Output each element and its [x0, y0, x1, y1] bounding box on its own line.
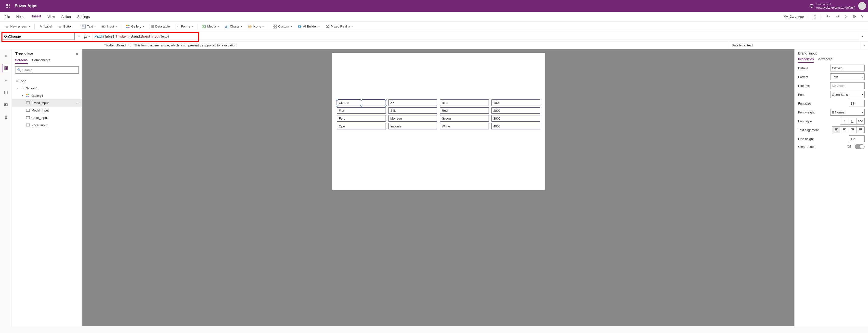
charts-button[interactable]: Charts▾ [222, 24, 245, 29]
custom-button[interactable]: Custom▾ [270, 24, 294, 29]
gallery-cell[interactable]: 2000 [491, 107, 540, 114]
rail-data-icon[interactable] [2, 89, 10, 96]
gallery-cell[interactable]: Mondeo [388, 115, 437, 121]
italic-button[interactable]: I [840, 118, 848, 124]
media-button[interactable]: Media▾ [199, 24, 221, 29]
forms-button[interactable]: Forms▾ [173, 24, 195, 29]
menu-file[interactable]: File [4, 15, 10, 19]
gallery-cell[interactable]: Insignia [388, 123, 437, 130]
menu-view[interactable]: View [48, 15, 55, 19]
fx-icon[interactable]: fx [83, 34, 89, 38]
selection-handle[interactable] [360, 99, 362, 101]
tree-item[interactable]: Model_input [12, 107, 82, 114]
mixed-reality-button[interactable]: Mixed Reality▾ [323, 24, 355, 29]
undo-icon[interactable] [826, 15, 831, 19]
prop-fontsize-input[interactable]: 13 [849, 100, 865, 107]
gallery-cell[interactable]: Green [440, 115, 489, 121]
selection-handle[interactable] [384, 99, 386, 101]
gallery-cell[interactable]: ZX [388, 100, 437, 106]
selection-handle[interactable] [384, 105, 386, 107]
gallery-cell[interactable]: White [440, 123, 489, 130]
tree-search-input[interactable] [15, 66, 79, 74]
selection-handle[interactable] [360, 105, 362, 107]
align-left-button[interactable] [832, 127, 840, 133]
share-icon[interactable] [852, 15, 857, 19]
tab-advanced[interactable]: Advanced [818, 57, 832, 63]
environment-picker[interactable]: Environment www.vyuka-excelu.cz (default… [809, 2, 855, 9]
button-button[interactable]: ▭Button [56, 24, 75, 29]
rail-tools-icon[interactable] [2, 113, 10, 121]
menu-settings[interactable]: Settings [77, 15, 90, 19]
ai-builder-button[interactable]: AI Builder▾ [295, 24, 322, 29]
tree-item[interactable]: Color_input [12, 114, 82, 121]
gallery-cell[interactable]: Opel [337, 123, 386, 130]
gallery-button[interactable]: Gallery▾ [123, 24, 147, 29]
gallery-cell[interactable]: Blue [440, 100, 489, 106]
waffle-icon[interactable] [2, 4, 14, 8]
menu-insert[interactable]: Insert [32, 14, 41, 19]
rail-insert-icon[interactable]: ＋ [2, 76, 10, 84]
fx-dropdown-icon[interactable]: ▾ [89, 35, 90, 38]
rail-tree-icon[interactable] [2, 64, 10, 72]
app-icon: ⊞ [15, 79, 19, 83]
tree-item[interactable]: ▾▭Screen1 [12, 84, 82, 92]
data-type-value: text [747, 44, 753, 47]
text-button[interactable]: AbcText▾ [79, 24, 98, 29]
selection-handle[interactable] [336, 105, 338, 107]
help-icon[interactable]: ? [861, 14, 864, 19]
app-checker-icon[interactable] [813, 15, 817, 19]
next-result-icon[interactable]: › [861, 41, 868, 49]
selection-handle[interactable] [336, 99, 338, 101]
underline-button[interactable]: U [848, 118, 857, 124]
menu-action[interactable]: Action [61, 15, 71, 19]
redo-icon[interactable] [835, 15, 840, 19]
expand-formula-icon[interactable]: ▾ [859, 35, 866, 38]
tab-screens[interactable]: Screens [15, 58, 28, 64]
tree-item[interactable]: Brand_input⋯ [12, 99, 82, 107]
rail-hamburger-icon[interactable]: ≡ [2, 52, 10, 60]
menu-home[interactable]: Home [17, 15, 26, 19]
label-button[interactable]: ✎Label [36, 24, 55, 29]
align-right-button[interactable] [848, 127, 857, 133]
gallery-cell[interactable]: 3000 [491, 115, 540, 121]
tree-item[interactable]: ⊞App [12, 77, 82, 84]
tree-item[interactable]: ▾Gallery1 [12, 92, 82, 99]
tree-item[interactable]: Price_input [12, 121, 82, 129]
gallery-cell[interactable]: Ford [337, 115, 386, 121]
svg-rect-29 [275, 27, 276, 28]
gallery-cell[interactable]: Citroen [337, 100, 386, 106]
rail-media-icon[interactable] [2, 101, 10, 109]
tree-item-label: Gallery1 [31, 94, 43, 98]
screen-surface[interactable]: CitroenZXBlue1000FiatStiloRed2000FordMon… [332, 53, 545, 190]
close-icon[interactable]: ✕ [76, 52, 79, 56]
avatar[interactable] [858, 2, 866, 10]
data-table-button[interactable]: Data table [147, 24, 172, 29]
svg-rect-1 [7, 4, 8, 5]
gallery-cell[interactable]: Fiat [337, 107, 386, 114]
clear-toggle[interactable] [855, 144, 865, 149]
play-icon[interactable] [844, 15, 848, 19]
gallery-cell[interactable]: Stilo [388, 107, 437, 114]
gallery-cell[interactable]: Red [440, 107, 489, 114]
gallery-cell[interactable]: 4000 [491, 123, 540, 130]
more-icon[interactable]: ⋯ [76, 101, 80, 105]
new-screen-button[interactable]: ▭New screen▾ [2, 24, 32, 29]
align-center-button[interactable] [840, 127, 848, 133]
prop-lineheight-input[interactable]: 1.2 [849, 135, 865, 142]
icons-button[interactable]: Icons▾ [246, 24, 266, 29]
property-selector[interactable] [2, 33, 74, 40]
globe-icon [809, 4, 814, 8]
tab-properties[interactable]: Properties [798, 57, 814, 63]
prop-default-input[interactable]: Citroen [830, 64, 865, 72]
prop-fontweight-select[interactable]: B Normal▾ [830, 109, 865, 116]
prop-hint-input[interactable]: No value [830, 82, 865, 89]
formula-result-bar: ThisItem.Brand = This formula uses scope… [0, 41, 868, 49]
formula-input[interactable]: Patch(Table1,ThisItem,{Brand:Brand_input… [92, 33, 859, 40]
prop-format-select[interactable]: Text▾ [830, 74, 865, 80]
input-button[interactable]: Input▾ [99, 24, 119, 29]
align-justify-button[interactable] [856, 127, 865, 133]
tab-components[interactable]: Components [32, 58, 50, 64]
strike-button[interactable]: abc [856, 118, 865, 124]
gallery-cell[interactable]: 1000 [491, 100, 540, 106]
prop-font-select[interactable]: Open Sans▾ [830, 91, 865, 98]
